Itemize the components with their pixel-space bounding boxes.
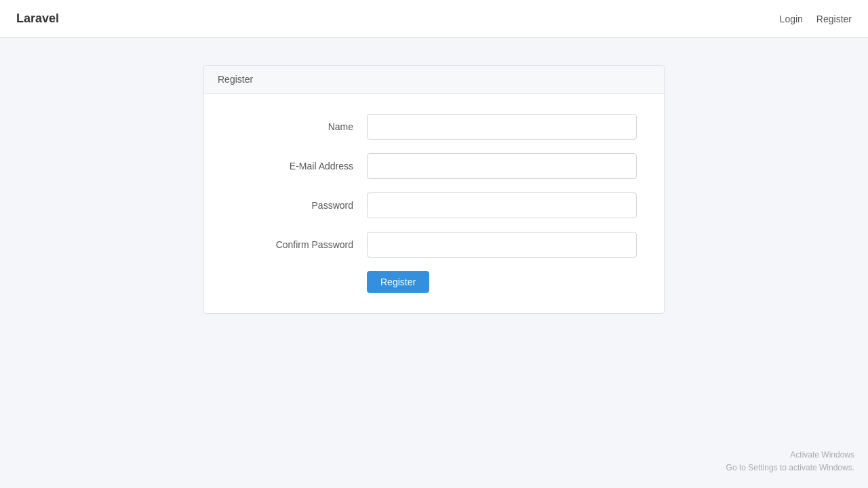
- email-form-group: E-Mail Address: [231, 153, 637, 179]
- register-button[interactable]: Register: [367, 271, 429, 293]
- password-label: Password: [231, 200, 367, 211]
- card-body: Name E-Mail Address Password Confirm Pas…: [204, 94, 664, 313]
- main-content: Register Name E-Mail Address Password: [0, 38, 868, 341]
- name-field[interactable]: [367, 114, 637, 140]
- name-label: Name: [231, 121, 367, 132]
- password-field[interactable]: [367, 192, 637, 218]
- form-actions: Register: [367, 271, 637, 293]
- email-label: E-Mail Address: [231, 161, 367, 171]
- confirm-password-label: Confirm Password: [231, 239, 367, 250]
- password-form-group: Password: [231, 192, 637, 218]
- register-card: Register Name E-Mail Address Password: [203, 65, 665, 314]
- watermark-line2: Go to Settings to activate Windows.: [726, 462, 854, 474]
- register-form: Name E-Mail Address Password Confirm Pas…: [231, 114, 637, 293]
- card-header: Register: [204, 66, 664, 94]
- windows-watermark: Activate Windows Go to Settings to activ…: [726, 449, 854, 474]
- navbar-links: Login Register: [780, 14, 852, 24]
- name-form-group: Name: [231, 114, 637, 140]
- navbar: Laravel Login Register: [0, 0, 868, 38]
- brand-logo[interactable]: Laravel: [16, 12, 59, 26]
- watermark-line1: Activate Windows: [726, 449, 854, 462]
- confirm-password-form-group: Confirm Password: [231, 232, 637, 258]
- confirm-password-field[interactable]: [367, 232, 637, 258]
- register-link[interactable]: Register: [816, 14, 852, 24]
- email-field[interactable]: [367, 153, 637, 179]
- login-link[interactable]: Login: [780, 14, 803, 24]
